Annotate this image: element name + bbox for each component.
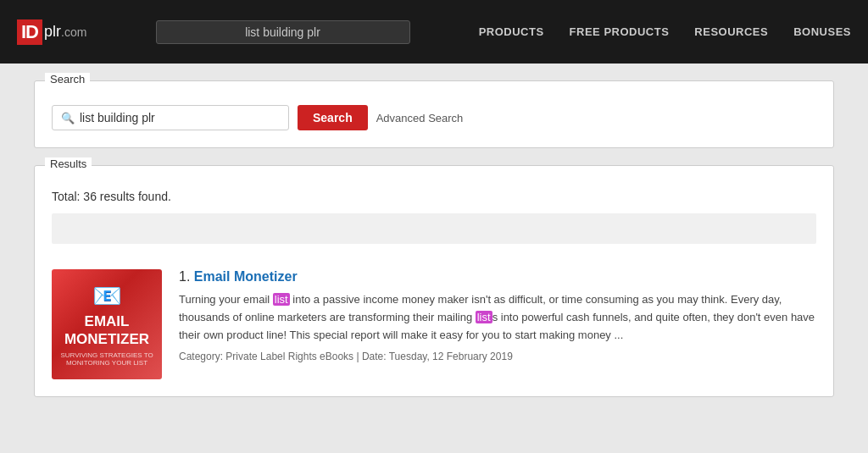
header-search-bar: list building plr [156, 20, 410, 44]
search-section-label: Search [45, 73, 90, 86]
result-image-sub: SURVIVING STRATEGIES TO MONITORING YOUR … [58, 351, 155, 367]
nav-item-products[interactable]: PRODUCTS [479, 25, 544, 38]
result-meta: Category: Private Label Rights eBooks | … [179, 351, 816, 362]
advanced-search-link[interactable]: Advanced Search [376, 112, 464, 124]
result-image: 📧 EMAILMONETIZER SURVIVING STRATEGIES TO… [52, 269, 162, 379]
main-nav: PRODUCTS FREE PRODUCTS RESOURCES BONUSES [479, 25, 851, 38]
result-content: 1. Email Monetizer Turning your email li… [179, 269, 816, 379]
results-total: Total: 36 results found. [52, 190, 816, 203]
nav-item-bonuses[interactable]: BONUSES [793, 25, 851, 38]
result-category: Category: [179, 351, 225, 362]
search-input[interactable] [80, 111, 280, 124]
nav-item-free-products[interactable]: FREE PRODUCTS [570, 25, 670, 38]
logo-plr: plr [44, 23, 61, 41]
result-date: Tuesday, 12 February 2019 [389, 351, 513, 362]
search-button[interactable]: Search [298, 105, 368, 130]
desc-text-1: Turning your email [179, 293, 273, 306]
logo-dotcom: .com [61, 25, 86, 39]
email-icon: 📧 [92, 282, 122, 310]
logo[interactable]: ID plr .com [17, 19, 86, 45]
result-number-title: 1. Email Monetizer [179, 269, 816, 285]
result-description: Turning your email list into a passive i… [179, 291, 816, 344]
search-icon: 🔍 [61, 112, 75, 124]
highlight-list-1: list [273, 293, 290, 306]
main-content: Search 🔍 Search Advanced Search Results … [0, 64, 868, 414]
result-number: 1. [179, 269, 194, 284]
results-section: Results Total: 36 results found. 📧 EMAIL… [34, 165, 834, 397]
header: ID plr .com list building plr PRODUCTS F… [0, 0, 868, 64]
search-section: Search 🔍 Search Advanced Search [34, 80, 834, 148]
result-title-link[interactable]: Email Monetizer [194, 269, 298, 284]
results-bar [52, 213, 816, 244]
result-date-label: Date: [362, 351, 387, 362]
nav-item-resources[interactable]: RESOURCES [694, 25, 768, 38]
logo-id: ID [17, 19, 42, 45]
highlight-list-2: list [476, 311, 492, 323]
results-section-label: Results [45, 157, 92, 170]
search-input-wrapper[interactable]: 🔍 [52, 105, 289, 130]
result-image-title: EMAILMONETIZER [64, 313, 149, 348]
result-item: 📧 EMAILMONETIZER SURVIVING STRATEGIES TO… [52, 261, 816, 379]
search-row: 🔍 Search Advanced Search [52, 105, 816, 130]
result-category-value: Private Label Rights eBooks [225, 351, 353, 362]
